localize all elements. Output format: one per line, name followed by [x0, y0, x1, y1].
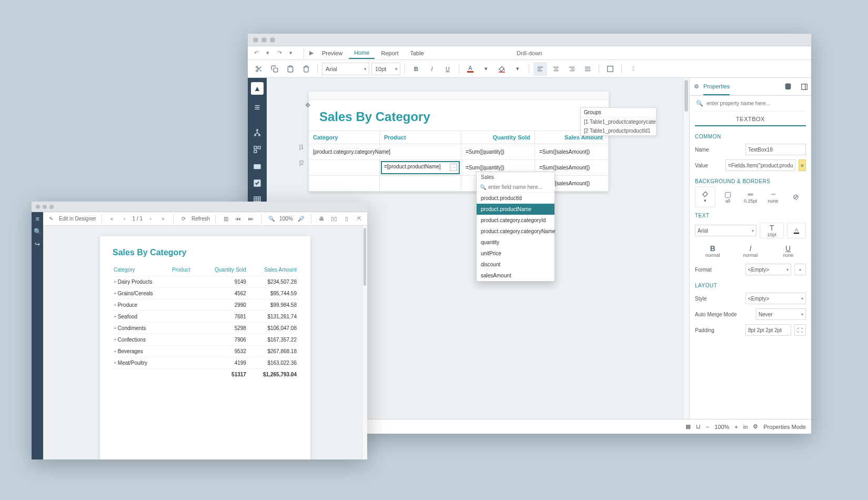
last-icon[interactable]: ⏭: [246, 214, 256, 224]
card-icon[interactable]: [250, 159, 265, 174]
underline-button[interactable]: U: [441, 62, 455, 76]
group-item[interactable]: [2 Table1_productproductId1: [581, 126, 656, 135]
header-product[interactable]: Product: [380, 131, 461, 144]
text-size-button[interactable]: T10pt: [760, 223, 784, 238]
value-input[interactable]: =Fields.Item("product.produ: [725, 159, 795, 171]
font-color-button[interactable]: A: [463, 62, 477, 76]
table-row[interactable]: +Confections7906$167,357.22: [113, 334, 298, 346]
book-icon[interactable]: ▯▯: [329, 214, 339, 224]
italic-option[interactable]: Inormal: [733, 241, 769, 262]
align-left-button[interactable]: [533, 62, 547, 76]
thumbnails-icon[interactable]: ▥: [221, 214, 230, 224]
search-icon[interactable]: 🔍: [34, 228, 42, 235]
delete-button[interactable]: [299, 62, 313, 76]
ac-item[interactable]: quantity: [477, 237, 554, 248]
properties-tab[interactable]: Properties: [703, 83, 730, 95]
font-select[interactable]: Arial: [322, 63, 369, 75]
pivot-icon[interactable]: [250, 142, 265, 157]
gear-icon[interactable]: ⚙: [694, 83, 699, 90]
first-icon[interactable]: ⏮: [234, 214, 243, 224]
align-justify-button[interactable]: [581, 62, 594, 76]
border-all-button[interactable]: ▢all: [718, 186, 738, 207]
preview-canvas[interactable]: Sales By Category Category Product Quant…: [43, 226, 367, 459]
expand-icon[interactable]: +: [114, 314, 118, 319]
report-title[interactable]: Sales By Category: [309, 100, 609, 131]
exit-icon[interactable]: ↪: [35, 241, 40, 248]
cell-amt-expr[interactable]: =Sum([salesAmount]): [535, 144, 609, 159]
border-style-button[interactable]: ┄none: [763, 186, 783, 207]
expand-editor-button[interactable]: ⋯: [450, 164, 457, 171]
border-clear-button[interactable]: ⊘: [785, 186, 806, 207]
edit-in-designer-link[interactable]: Edit in Designer: [59, 216, 96, 222]
play-icon[interactable]: ▶: [307, 49, 316, 56]
undo-button[interactable]: ↶: [252, 49, 260, 56]
scrollbar-thumb[interactable]: [364, 228, 366, 286]
copy-button[interactable]: [268, 62, 281, 76]
style-select[interactable]: <Empty>: [745, 293, 806, 304]
next-page-button[interactable]: ›: [146, 214, 155, 224]
collapse-panel-icon[interactable]: [801, 83, 808, 91]
expand-icon[interactable]: +: [114, 337, 118, 343]
print-icon[interactable]: 🖶: [317, 214, 326, 224]
refresh-label[interactable]: Refresh: [191, 216, 210, 222]
tree-icon[interactable]: [250, 125, 265, 140]
more-button[interactable]: ⋮: [626, 62, 640, 76]
undo-dropdown[interactable]: ▾: [264, 49, 272, 56]
menu-home[interactable]: Home: [349, 47, 375, 59]
zoom-out-button[interactable]: −: [706, 424, 709, 430]
last-page-button[interactable]: »: [158, 214, 168, 224]
ac-item[interactable]: product.category.categoryName: [477, 226, 554, 237]
expand-icon[interactable]: +: [114, 325, 118, 331]
check-icon[interactable]: [250, 176, 265, 191]
format-more-button[interactable]: ▪: [794, 264, 806, 275]
move-handle-icon[interactable]: ✥: [304, 101, 312, 109]
expand-icon[interactable]: +: [114, 279, 118, 285]
table-row[interactable]: +Seafood7681$131,261.74: [113, 311, 298, 323]
padding-input[interactable]: 8pt 2pt 2pt 2pt: [745, 324, 791, 336]
automerge-select[interactable]: Never: [756, 308, 806, 320]
cut-button[interactable]: [252, 62, 266, 76]
fill-color-button[interactable]: [495, 62, 509, 76]
ac-item[interactable]: salesAmount: [477, 270, 554, 281]
scrollbar-vertical[interactable]: [362, 226, 367, 459]
table-row[interactable]: +Produce2990$99,984.58: [113, 299, 298, 311]
redo-dropdown[interactable]: ▾: [287, 49, 295, 56]
edit-pencil-icon[interactable]: ✎: [46, 214, 56, 224]
expand-icon[interactable]: +: [114, 348, 118, 354]
align-center-button[interactable]: [549, 62, 563, 76]
table-row[interactable]: +Grains/Cereals4562$95,744.59: [113, 288, 298, 299]
header-category[interactable]: Category: [309, 131, 380, 144]
property-search-input[interactable]: [706, 101, 805, 106]
zoom-out-button[interactable]: 🔍: [267, 214, 276, 224]
snap-toggle-icon[interactable]: ⊔: [696, 423, 701, 430]
expression-flag-icon[interactable]: ≡: [799, 159, 806, 171]
menu-table[interactable]: Table: [405, 48, 429, 58]
border-width-button[interactable]: ═0.25pt: [740, 186, 761, 207]
header-qty[interactable]: Quantity Sold: [461, 131, 535, 144]
expand-icon[interactable]: +: [114, 360, 118, 366]
text-font-select[interactable]: Arial: [695, 225, 756, 236]
grid-toggle-icon[interactable]: ▦: [685, 423, 691, 430]
format-select[interactable]: <Empty>: [745, 264, 791, 275]
italic-button[interactable]: I: [425, 62, 439, 76]
gear-icon[interactable]: ⚙: [753, 423, 758, 430]
hamburger-icon[interactable]: ≡: [250, 100, 265, 115]
export-icon[interactable]: ⇱: [355, 214, 364, 224]
menu-report[interactable]: Report: [376, 48, 403, 58]
fill-color-dropdown[interactable]: ▾: [511, 62, 524, 76]
text-color-button[interactable]: A: [787, 223, 806, 238]
database-icon[interactable]: [784, 83, 792, 91]
bold-option[interactable]: Bnormal: [695, 241, 731, 262]
autocomplete-input[interactable]: [488, 184, 555, 190]
table-row[interactable]: +Meat/Poultry4199$163,022.36: [113, 357, 298, 369]
font-color-dropdown[interactable]: ▾: [479, 62, 493, 76]
zoom-in-button[interactable]: +: [734, 424, 738, 430]
paste-button[interactable]: [284, 62, 297, 76]
ac-item[interactable]: discount: [477, 259, 554, 270]
scrollbar-thumb[interactable]: [684, 80, 688, 112]
cell-category-expr[interactable]: [product.category.categoryName]: [309, 144, 380, 159]
padding-expand-button[interactable]: ⛶: [794, 324, 806, 336]
zoom-in-button[interactable]: 🔎: [296, 214, 306, 224]
page-icon[interactable]: ▯: [342, 214, 351, 224]
unit-label[interactable]: in: [743, 424, 748, 430]
